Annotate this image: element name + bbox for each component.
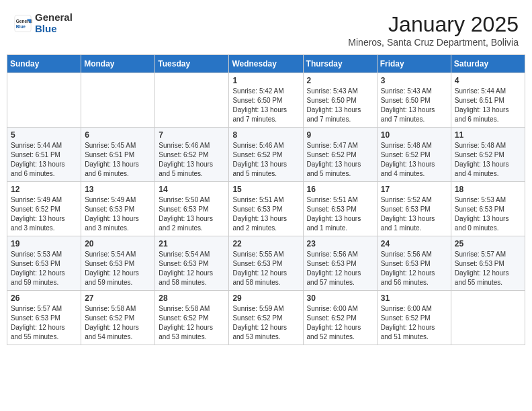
day-number: 25 [455, 239, 521, 248]
day-number: 31 [381, 293, 447, 303]
day-number: 21 [159, 239, 225, 248]
day-cell: 18Sunrise: 5:53 AM Sunset: 6:53 PM Dayli… [451, 182, 525, 236]
day-info: Sunrise: 5:47 AM Sunset: 6:52 PM Dayligh… [307, 141, 373, 179]
day-number: 20 [85, 239, 151, 248]
day-info: Sunrise: 5:42 AM Sunset: 6:50 PM Dayligh… [232, 87, 299, 124]
day-info: Sunrise: 5:49 AM Sunset: 6:52 PM Dayligh… [11, 195, 77, 233]
day-info: Sunrise: 5:43 AM Sunset: 6:50 PM Dayligh… [381, 87, 447, 124]
day-number: 2 [307, 76, 373, 85]
day-info: Sunrise: 5:51 AM Sunset: 6:53 PM Dayligh… [232, 195, 299, 233]
day-info: Sunrise: 5:55 AM Sunset: 6:53 PM Dayligh… [232, 250, 299, 287]
day-info: Sunrise: 5:44 AM Sunset: 6:51 PM Dayligh… [455, 87, 521, 124]
day-info: Sunrise: 5:54 AM Sunset: 6:53 PM Dayligh… [85, 250, 151, 287]
day-cell: 5Sunrise: 5:44 AM Sunset: 6:51 PM Daylig… [7, 128, 81, 182]
day-number: 7 [159, 130, 225, 140]
weekday-header-saturday: Saturday [451, 55, 525, 73]
day-number: 14 [159, 185, 225, 194]
day-cell: 8Sunrise: 5:46 AM Sunset: 6:52 PM Daylig… [229, 128, 303, 182]
weekday-header-monday: Monday [81, 55, 155, 73]
day-cell: 27Sunrise: 5:58 AM Sunset: 6:52 PM Dayli… [81, 291, 155, 345]
day-info: Sunrise: 5:45 AM Sunset: 6:51 PM Dayligh… [85, 141, 151, 179]
day-number: 24 [381, 239, 447, 248]
logo-text: General Blue [35, 12, 73, 34]
day-cell: 4Sunrise: 5:44 AM Sunset: 6:51 PM Daylig… [451, 73, 525, 128]
day-number: 10 [381, 130, 447, 140]
week-row-1: 1Sunrise: 5:42 AM Sunset: 6:50 PM Daylig… [7, 73, 525, 128]
day-info: Sunrise: 5:53 AM Sunset: 6:53 PM Dayligh… [455, 195, 521, 233]
day-cell: 2Sunrise: 5:43 AM Sunset: 6:50 PM Daylig… [303, 73, 377, 128]
day-info: Sunrise: 5:59 AM Sunset: 6:52 PM Dayligh… [232, 304, 299, 342]
day-cell: 19Sunrise: 5:53 AM Sunset: 6:53 PM Dayli… [7, 236, 81, 291]
day-cell: 20Sunrise: 5:54 AM Sunset: 6:53 PM Dayli… [81, 236, 155, 291]
day-cell: 13Sunrise: 5:49 AM Sunset: 6:53 PM Dayli… [81, 182, 155, 236]
day-number: 16 [307, 185, 373, 194]
day-cell [81, 73, 155, 128]
day-info: Sunrise: 5:46 AM Sunset: 6:52 PM Dayligh… [232, 141, 299, 179]
day-cell: 17Sunrise: 5:52 AM Sunset: 6:53 PM Dayli… [377, 182, 451, 236]
day-number: 19 [11, 239, 77, 248]
day-cell: 14Sunrise: 5:50 AM Sunset: 6:53 PM Dayli… [155, 182, 229, 236]
day-info: Sunrise: 5:49 AM Sunset: 6:53 PM Dayligh… [85, 195, 151, 233]
day-cell: 23Sunrise: 5:56 AM Sunset: 6:53 PM Dayli… [303, 236, 377, 291]
day-cell: 26Sunrise: 5:57 AM Sunset: 6:53 PM Dayli… [7, 291, 81, 345]
day-info: Sunrise: 5:58 AM Sunset: 6:52 PM Dayligh… [85, 304, 151, 342]
day-number: 18 [455, 185, 521, 194]
day-cell: 6Sunrise: 5:45 AM Sunset: 6:51 PM Daylig… [81, 128, 155, 182]
day-number: 22 [232, 239, 299, 248]
svg-text:Blue: Blue [16, 24, 26, 29]
page-header: General Blue General Blue January 2025 M… [7, 7, 525, 50]
weekday-header-thursday: Thursday [303, 55, 377, 73]
logo: General Blue General Blue [13, 12, 73, 34]
day-info: Sunrise: 5:44 AM Sunset: 6:51 PM Dayligh… [11, 141, 77, 179]
logo-general-text: General [35, 12, 73, 24]
day-info: Sunrise: 5:51 AM Sunset: 6:53 PM Dayligh… [307, 195, 373, 233]
day-cell: 15Sunrise: 5:51 AM Sunset: 6:53 PM Dayli… [229, 182, 303, 236]
day-number: 8 [232, 130, 299, 140]
day-info: Sunrise: 5:56 AM Sunset: 6:53 PM Dayligh… [307, 250, 373, 287]
day-number: 28 [159, 293, 225, 303]
week-row-5: 26Sunrise: 5:57 AM Sunset: 6:53 PM Dayli… [7, 291, 525, 345]
month-title: January 2025 [348, 12, 519, 37]
week-row-3: 12Sunrise: 5:49 AM Sunset: 6:52 PM Dayli… [7, 182, 525, 236]
day-number: 26 [11, 293, 77, 303]
day-info: Sunrise: 5:58 AM Sunset: 6:52 PM Dayligh… [159, 304, 225, 342]
day-info: Sunrise: 5:52 AM Sunset: 6:53 PM Dayligh… [381, 195, 447, 233]
day-number: 29 [232, 293, 299, 303]
day-cell: 11Sunrise: 5:48 AM Sunset: 6:52 PM Dayli… [451, 128, 525, 182]
day-cell: 21Sunrise: 5:54 AM Sunset: 6:53 PM Dayli… [155, 236, 229, 291]
day-number: 6 [85, 130, 151, 140]
day-info: Sunrise: 5:53 AM Sunset: 6:53 PM Dayligh… [11, 250, 77, 287]
week-row-2: 5Sunrise: 5:44 AM Sunset: 6:51 PM Daylig… [7, 128, 525, 182]
day-cell: 10Sunrise: 5:48 AM Sunset: 6:52 PM Dayli… [377, 128, 451, 182]
day-info: Sunrise: 6:00 AM Sunset: 6:52 PM Dayligh… [307, 304, 373, 342]
day-number: 15 [232, 185, 299, 194]
day-cell: 16Sunrise: 5:51 AM Sunset: 6:53 PM Dayli… [303, 182, 377, 236]
day-info: Sunrise: 6:00 AM Sunset: 6:52 PM Dayligh… [381, 304, 447, 342]
day-number: 3 [381, 76, 447, 85]
day-cell: 31Sunrise: 6:00 AM Sunset: 6:52 PM Dayli… [377, 291, 451, 345]
day-cell: 29Sunrise: 5:59 AM Sunset: 6:52 PM Dayli… [229, 291, 303, 345]
day-number: 30 [307, 293, 373, 303]
weekday-header-wednesday: Wednesday [229, 55, 303, 73]
day-number: 27 [85, 293, 151, 303]
day-number: 17 [381, 185, 447, 194]
day-info: Sunrise: 5:56 AM Sunset: 6:53 PM Dayligh… [381, 250, 447, 287]
day-cell: 7Sunrise: 5:46 AM Sunset: 6:52 PM Daylig… [155, 128, 229, 182]
day-info: Sunrise: 5:48 AM Sunset: 6:52 PM Dayligh… [455, 141, 521, 179]
day-info: Sunrise: 5:46 AM Sunset: 6:52 PM Dayligh… [159, 141, 225, 179]
logo-blue-text: Blue [35, 24, 73, 35]
weekday-header-friday: Friday [377, 55, 451, 73]
day-info: Sunrise: 5:57 AM Sunset: 6:53 PM Dayligh… [455, 250, 521, 287]
calendar-table: SundayMondayTuesdayWednesdayThursdayFrid… [7, 54, 525, 345]
day-cell: 12Sunrise: 5:49 AM Sunset: 6:52 PM Dayli… [7, 182, 81, 236]
logo-icon: General Blue [13, 14, 32, 33]
day-cell: 9Sunrise: 5:47 AM Sunset: 6:52 PM Daylig… [303, 128, 377, 182]
day-number: 5 [11, 130, 77, 140]
day-cell: 25Sunrise: 5:57 AM Sunset: 6:53 PM Dayli… [451, 236, 525, 291]
location-title: Mineros, Santa Cruz Department, Bolivia [348, 37, 519, 48]
day-info: Sunrise: 5:43 AM Sunset: 6:50 PM Dayligh… [307, 87, 373, 124]
day-number: 12 [11, 185, 77, 194]
day-info: Sunrise: 5:48 AM Sunset: 6:52 PM Dayligh… [381, 141, 447, 179]
day-number: 13 [85, 185, 151, 194]
week-row-4: 19Sunrise: 5:53 AM Sunset: 6:53 PM Dayli… [7, 236, 525, 291]
